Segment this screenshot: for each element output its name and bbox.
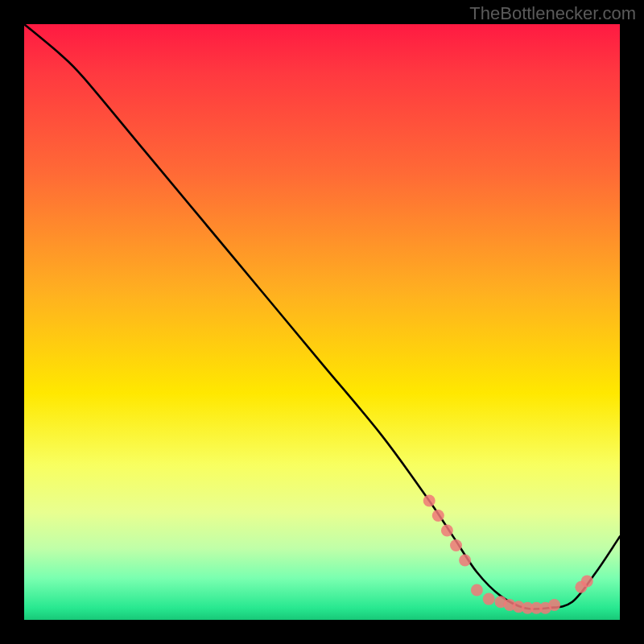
curve-marker <box>513 601 525 613</box>
curve-markers <box>423 495 593 614</box>
curve-marker <box>539 602 551 614</box>
curve-layer <box>24 24 620 620</box>
curve-marker <box>504 599 516 611</box>
curve-marker <box>581 575 593 587</box>
curve-marker <box>432 510 444 522</box>
curve-marker <box>441 525 453 537</box>
curve-marker <box>530 602 543 614</box>
curve-marker <box>471 584 483 597</box>
curve-marker <box>483 593 495 605</box>
curve-marker <box>459 555 471 567</box>
attribution-label: TheBottlenecker.com <box>469 3 636 24</box>
curve-marker <box>575 581 587 593</box>
curve-marker <box>548 599 560 611</box>
curve-marker <box>522 602 534 614</box>
curve-marker <box>423 495 436 507</box>
chart-container: TheBottlenecker.com <box>0 0 644 644</box>
plot-area <box>24 24 620 620</box>
curve-marker <box>450 539 462 551</box>
curve-marker <box>495 596 507 608</box>
bottleneck-curve <box>24 24 620 609</box>
